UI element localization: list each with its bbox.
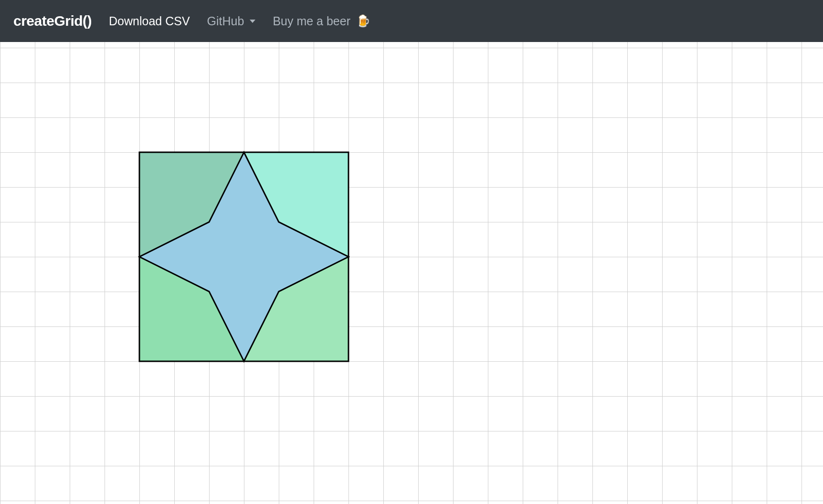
download-csv-link[interactable]: Download CSV [109, 14, 190, 28]
download-csv-label: Download CSV [109, 14, 190, 28]
buy-beer-label: Buy me a beer [273, 14, 350, 28]
grid-canvas[interactable] [0, 42, 823, 504]
beer-icon: 🍺 [356, 14, 370, 28]
github-dropdown[interactable]: GitHub [207, 14, 256, 28]
navbar: createGrid() Download CSV GitHub Buy me … [0, 0, 823, 42]
chevron-down-icon [250, 20, 255, 23]
brand-title: createGrid() [13, 13, 92, 29]
shapes-layer[interactable] [0, 42, 823, 504]
github-label: GitHub [207, 14, 244, 28]
buy-beer-link[interactable]: Buy me a beer 🍺 [273, 14, 370, 28]
